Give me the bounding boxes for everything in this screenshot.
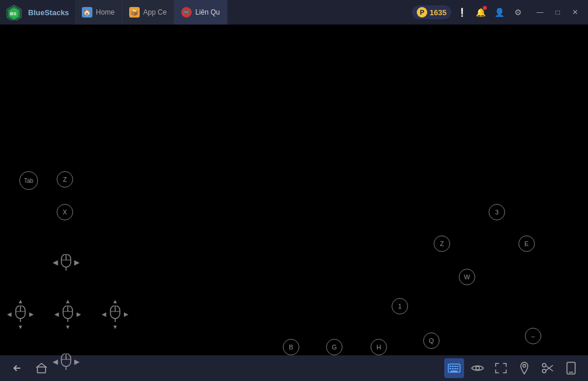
svg-point-38 — [542, 369, 546, 373]
home-icon — [36, 362, 47, 374]
svg-text:BS: BS — [10, 11, 17, 16]
key-minus[interactable]: – — [525, 328, 541, 344]
key-z-right[interactable]: Z — [434, 235, 450, 252]
tab-home[interactable]: 🏠 Home — [75, 0, 122, 25]
coin-badge: P 1635 — [412, 5, 451, 19]
key-z-top-circle[interactable]: Z — [57, 171, 73, 188]
phone-button[interactable] — [561, 358, 581, 378]
svg-rect-34 — [451, 370, 458, 372]
up-arrow-3: ▲ — [112, 298, 118, 304]
close-button[interactable]: ✕ — [567, 4, 583, 20]
svg-line-40 — [546, 365, 553, 370]
scissors-button[interactable] — [538, 358, 558, 378]
key-g-circle[interactable]: G — [326, 339, 343, 355]
key-x-circle[interactable]: X — [57, 204, 73, 220]
phone-icon — [566, 362, 576, 375]
coin-icon: P — [417, 7, 427, 18]
left-arrow-2: ◀ — [54, 311, 59, 317]
titlebar: BS BlueStacks 🏠 Home 📦 App Ce 🎮 Liên Qu … — [0, 0, 588, 25]
svg-rect-28 — [454, 366, 456, 367]
key-w[interactable]: W — [459, 269, 475, 285]
left-arrow-1: ◀ — [7, 311, 12, 317]
game-area[interactable]: Tab Z X ◀ ▶ ▲ ◀ ▶ — [0, 25, 588, 355]
key-e-circle[interactable]: E — [518, 235, 535, 252]
mouse-icon-3 — [109, 306, 122, 322]
key-q-circle[interactable]: Q — [423, 332, 440, 349]
right-arrow-1: ▶ — [29, 311, 34, 317]
svg-rect-26 — [449, 366, 451, 367]
svg-rect-31 — [452, 368, 454, 369]
key-z-top[interactable]: Z — [57, 171, 73, 188]
up-arrow-2: ▲ — [65, 298, 71, 304]
left-arrow-bottom: ◀ — [53, 358, 58, 366]
key-h-circle[interactable]: H — [371, 339, 387, 355]
key-e[interactable]: E — [518, 235, 535, 252]
fullscreen-button[interactable] — [491, 358, 511, 378]
bluestacks-logo: BS — [4, 2, 25, 23]
right-arrow-top: ▶ — [74, 258, 79, 266]
key-q[interactable]: Q — [423, 332, 440, 349]
keyboard-icon — [448, 363, 461, 373]
appce-tab-icon: 📦 — [129, 7, 140, 18]
mouse-cluster-top: ◀ ▶ — [53, 254, 79, 271]
key-1-circle[interactable]: 1 — [392, 298, 408, 314]
tabs-area: 🏠 Home 📦 App Ce 🎮 Liên Qu — [75, 0, 412, 25]
tab-appce-label: App Ce — [143, 8, 167, 16]
settings-button[interactable]: ⚙ — [510, 4, 526, 20]
mouse-dpad-3: ▲ ◀ ▶ ▼ — [99, 296, 131, 331]
key-tab-circle[interactable]: Tab — [19, 171, 38, 190]
svg-rect-33 — [456, 368, 458, 369]
right-arrow-bottom: ▶ — [74, 358, 79, 366]
location-icon — [519, 362, 530, 375]
down-arrow-1: ▼ — [18, 324, 23, 330]
exclamation-button[interactable]: ❕ — [454, 4, 470, 20]
account-button[interactable]: 👤 — [491, 4, 507, 20]
key-tab[interactable]: Tab — [19, 171, 38, 190]
down-arrow-3: ▼ — [112, 324, 118, 330]
down-arrow-2: ▼ — [65, 324, 71, 330]
location-button[interactable] — [514, 358, 534, 378]
key-3[interactable]: 3 — [489, 204, 505, 220]
brand-name: BlueStacks — [28, 8, 69, 17]
key-w-circle[interactable]: W — [459, 269, 475, 285]
mouse-icon-1 — [14, 306, 27, 322]
right-arrow-2: ▶ — [77, 311, 81, 317]
svg-rect-24 — [37, 367, 46, 373]
notification-button[interactable]: 🔔 — [472, 4, 489, 20]
tab-appce[interactable]: 📦 App Ce — [122, 0, 174, 25]
key-g[interactable]: G — [326, 339, 343, 355]
key-minus-circle[interactable]: – — [525, 328, 541, 344]
mouse-icon-2 — [61, 306, 74, 322]
bottom-toolbar — [0, 355, 588, 381]
key-1[interactable]: 1 — [392, 298, 408, 314]
key-b-circle[interactable]: B — [283, 339, 299, 355]
back-button[interactable] — [7, 358, 27, 378]
fullscreen-icon — [494, 362, 507, 374]
svg-point-35 — [476, 366, 479, 370]
right-arrow-3: ▶ — [124, 311, 129, 317]
svg-rect-27 — [452, 366, 454, 367]
up-arrow-1: ▲ — [18, 298, 23, 304]
mouse-icon-top — [60, 254, 72, 271]
mouse-icon-bottom — [60, 354, 72, 370]
tab-game[interactable]: 🎮 Liên Qu — [174, 0, 227, 25]
home-tab-icon: 🏠 — [82, 7, 92, 18]
keyboard-button[interactable] — [444, 358, 464, 378]
eye-icon — [471, 363, 484, 373]
key-z-right-circle[interactable]: Z — [434, 235, 450, 252]
key-b[interactable]: B — [283, 339, 299, 355]
key-3-circle[interactable]: 3 — [489, 204, 505, 220]
minimize-button[interactable]: — — [532, 4, 548, 20]
game-tab-icon: 🎮 — [181, 7, 192, 18]
coin-count: 1635 — [430, 8, 447, 17]
svg-rect-30 — [449, 368, 451, 369]
key-h[interactable]: H — [371, 339, 387, 355]
maximize-button[interactable]: □ — [549, 4, 566, 20]
svg-point-36 — [523, 365, 526, 368]
key-x[interactable]: X — [57, 204, 73, 220]
mouse-dpad-1: ▲ ◀ ▶ ▼ — [5, 296, 36, 331]
home-button[interactable] — [32, 358, 51, 378]
window-controls: — □ ✕ — [532, 4, 583, 20]
visibility-button[interactable] — [468, 358, 487, 378]
mouse-cluster-bottom: ◀ ▶ — [53, 354, 79, 370]
